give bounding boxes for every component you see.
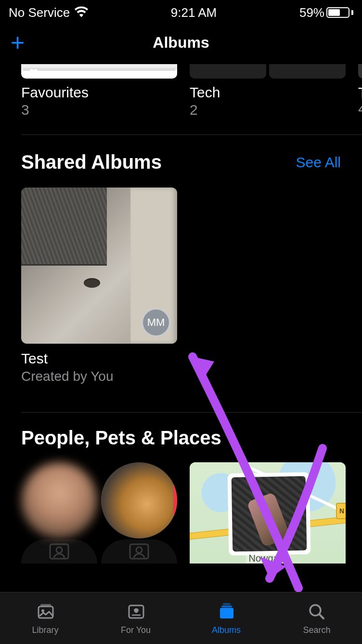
carrier-text: No Service xyxy=(9,5,70,20)
tab-bar: Library For You Albums Search xyxy=(0,592,362,644)
add-album-button[interactable]: + xyxy=(11,30,25,54)
nav-header: + Albums xyxy=(0,22,362,63)
shared-album-title: Test xyxy=(21,350,362,367)
page-title: Albums xyxy=(153,34,209,52)
battery-indicator: 59% xyxy=(299,5,353,20)
album-thumbnail xyxy=(190,64,346,79)
wifi-icon xyxy=(75,5,88,20)
svg-point-3 xyxy=(136,547,142,553)
shared-album-subtitle: Created by You xyxy=(21,369,362,384)
status-bar: No Service 9:21 AM 59% xyxy=(0,0,362,22)
heart-icon: ♥ xyxy=(29,64,38,79)
svg-rect-11 xyxy=(223,603,231,605)
album-count: 3 xyxy=(21,102,177,118)
highway-badge: N xyxy=(336,503,346,519)
pet-avatar xyxy=(101,462,177,538)
svg-rect-9 xyxy=(220,608,233,618)
search-icon xyxy=(306,602,327,623)
tab-library[interactable]: Library xyxy=(0,592,90,644)
shared-album-test[interactable]: MM xyxy=(21,188,177,344)
avatar-badge: MM xyxy=(142,308,170,337)
tab-label: For You xyxy=(121,625,151,635)
svg-point-6 xyxy=(41,609,44,612)
my-albums-row[interactable]: ♥ Favourites 3 Tech 2 T 4 xyxy=(0,64,362,118)
places-map-tile[interactable]: N Nowgam xyxy=(190,462,346,564)
battery-percent-text: 59% xyxy=(299,5,324,20)
album-title: T xyxy=(358,84,362,101)
tab-for-you[interactable]: For You xyxy=(90,592,181,644)
svg-rect-5 xyxy=(40,604,51,606)
people-pets-tile[interactable] xyxy=(21,462,177,564)
svg-rect-4 xyxy=(39,606,53,618)
album-title: Favourites xyxy=(21,84,177,101)
album-thumbnail: ♥ xyxy=(21,64,177,79)
clock-text: 9:21 AM xyxy=(171,5,217,20)
person-placeholder-icon xyxy=(101,539,177,564)
see-all-shared-button[interactable]: See All xyxy=(296,154,341,171)
album-card-favourites[interactable]: ♥ Favourites 3 xyxy=(21,64,177,118)
person-avatar xyxy=(21,462,97,538)
tab-label: Library xyxy=(32,625,58,635)
album-title: Tech xyxy=(190,84,346,101)
album-card-peek[interactable]: T 4 xyxy=(358,64,362,118)
map-photo-pin xyxy=(228,472,311,556)
library-icon xyxy=(35,602,56,623)
albums-icon xyxy=(216,602,237,623)
people-pets-places-heading: People, Pets & Places xyxy=(21,427,221,449)
person-placeholder-icon xyxy=(21,539,97,564)
for-you-icon xyxy=(125,602,146,623)
tab-search[interactable]: Search xyxy=(272,592,362,644)
svg-line-13 xyxy=(320,615,323,618)
album-count: 2 xyxy=(190,102,346,118)
shared-albums-heading: Shared Albums xyxy=(21,151,162,173)
tab-label: Search xyxy=(303,625,330,635)
album-card-tech[interactable]: Tech 2 xyxy=(190,64,346,118)
tab-albums[interactable]: Albums xyxy=(181,592,272,644)
svg-point-1 xyxy=(56,547,62,553)
map-place-label: Nowgam xyxy=(246,553,290,564)
svg-rect-10 xyxy=(221,605,232,607)
tab-label: Albums xyxy=(212,625,241,635)
album-count: 4 xyxy=(358,101,362,117)
content-scroll[interactable]: ♥ Favourites 3 Tech 2 T 4 Shared Albums … xyxy=(0,64,362,564)
